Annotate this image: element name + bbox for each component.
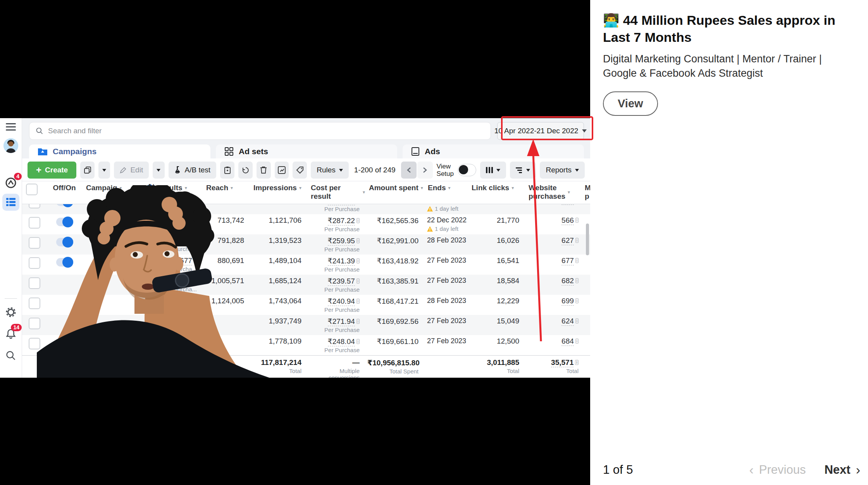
pagination-range: 1-200 of 249: [354, 166, 396, 174]
amount-spent-value: ₹163,418.92: [367, 256, 418, 265]
previous-label: Previous: [759, 463, 806, 477]
link-clicks-value: 18,584: [470, 277, 519, 285]
settings-icon[interactable]: [0, 305, 22, 320]
chevron-down-icon: [102, 169, 106, 172]
warning-icon: [427, 226, 433, 232]
next-button[interactable]: Next ›: [824, 462, 860, 477]
create-button[interactable]: + Create: [28, 162, 76, 179]
link-clicks-value: 15,049: [470, 317, 519, 325]
duplicate-menu-button[interactable]: [98, 162, 110, 179]
tab-campaigns[interactable]: Campaigns: [29, 144, 210, 158]
annotation-arrow: [523, 138, 550, 343]
edit-label: Edit: [130, 166, 143, 174]
duplicate-button[interactable]: [80, 162, 95, 179]
cost-per-result-value: ₹239.57i: [309, 277, 360, 285]
view-setup-label: View Setup: [437, 163, 454, 177]
campaigns-nav-icon[interactable]: [0, 194, 22, 211]
cost-per-result-value: ₹259.95i: [309, 236, 360, 245]
view-button[interactable]: View: [603, 91, 658, 116]
chevron-right-icon: ›: [856, 462, 860, 477]
ab-test-label: A/B test: [185, 166, 211, 174]
tab-ad-sets[interactable]: Ad sets: [216, 144, 397, 158]
cost-per-result-value: ₹287.67i: [309, 204, 360, 205]
cost-per-result-value: ₹287.22i: [309, 216, 360, 225]
ends-value: 27 Feb 2023: [424, 317, 468, 325]
columns-button[interactable]: [480, 162, 506, 179]
rules-button[interactable]: Rules: [311, 162, 349, 179]
ends-value: 27 Feb 2023: [424, 337, 468, 345]
ads-manager-app-icon[interactable]: 4: [0, 175, 22, 190]
link-clicks-value: 24,629: [470, 204, 519, 205]
ab-test-button[interactable]: A/B test: [169, 162, 217, 179]
delete-button[interactable]: [257, 162, 271, 179]
total-link-clicks: 3,011,885: [470, 358, 519, 367]
ends-value: 28 Feb 2023: [424, 236, 468, 244]
total-cost: —: [309, 358, 360, 367]
amount-spent-value: ₹162,565.36: [367, 216, 418, 225]
cost-per-result-value: ₹271.94i: [309, 317, 360, 326]
notification-badge: 14: [11, 324, 22, 331]
sidebar-search-icon[interactable]: [0, 348, 22, 363]
link-clicks-value: 16,026: [470, 236, 519, 245]
clipboard-button[interactable]: [220, 162, 234, 179]
amount-spent-value: ₹169,692.56: [367, 317, 418, 326]
total-website-purchases: 35,571i: [527, 358, 579, 367]
sidebar-divider: [5, 298, 17, 299]
edit-menu-button[interactable]: [153, 162, 164, 179]
post-detail-panel: 👨‍💻 44 Million Rupees Sales approx in La…: [590, 0, 868, 485]
person-photo: [33, 185, 269, 378]
tab-ad-sets-label: Ad sets: [239, 147, 268, 156]
undo-button[interactable]: [238, 162, 253, 179]
date-range-highlight-box: [501, 116, 593, 140]
amount-spent-value: ₹162,575.74: [367, 204, 418, 205]
tab-campaigns-label: Campaigns: [53, 147, 96, 156]
amount-spent-value: ₹169,661.10: [367, 337, 418, 346]
cost-per-result-value: ₹241.39i: [309, 256, 360, 265]
page-icon: [411, 147, 420, 156]
pencil-icon: [120, 167, 127, 174]
table-scrollbar[interactable]: [586, 224, 589, 255]
col-ends[interactable]: Ends▾: [424, 184, 468, 192]
next-label: Next: [824, 463, 850, 477]
flask-icon: [174, 166, 181, 174]
columns-icon: [486, 167, 493, 173]
ends-value: 22 Dec 2022: [424, 216, 468, 224]
link-clicks-value: 21,770: [470, 216, 519, 225]
rules-label: Rules: [317, 166, 336, 174]
ends-value: 28 Feb 2023: [424, 297, 468, 305]
view-setup-toggle[interactable]: [458, 164, 476, 176]
col-link-clicks[interactable]: Link clicks▾: [468, 184, 525, 192]
amount-spent-value: ₹162,991.00: [367, 236, 418, 245]
col-amount-spent[interactable]: Amount spent▾: [365, 184, 424, 192]
cost-per-result-value: ₹240.94i: [309, 297, 360, 306]
campaigns-toolbar: + Create Edit A/B test: [22, 158, 590, 181]
chevron-down-icon: [496, 169, 500, 172]
col-cost-per-result[interactable]: Cost per result▾: [307, 184, 365, 201]
chevron-left-icon: ‹: [749, 462, 754, 477]
export-button[interactable]: [275, 162, 289, 179]
edit-button[interactable]: Edit: [114, 162, 149, 179]
next-page-button[interactable]: [417, 162, 433, 179]
total-amount-spent: ₹10,956,815.80: [367, 358, 418, 367]
prev-page-button[interactable]: [401, 162, 417, 179]
ends-warning: 1 day left: [424, 225, 468, 232]
menu-icon[interactable]: [0, 123, 22, 131]
chevron-down-icon: [157, 169, 160, 172]
tab-ads-label: Ads: [425, 147, 440, 156]
tag-button[interactable]: [293, 162, 307, 179]
col-more: Mp: [584, 184, 590, 201]
amount-spent-value: ₹168,417.21: [367, 297, 418, 306]
previous-button[interactable]: ‹ Previous: [749, 462, 806, 477]
amount-spent-value: ₹163,385.91: [367, 277, 418, 285]
ends-warning: 1 day left: [424, 205, 468, 212]
search-input[interactable]: Search and filter: [29, 122, 491, 140]
search-placeholder: Search and filter: [48, 127, 102, 135]
cost-per-result-value: ₹248.04i: [309, 337, 360, 346]
search-icon: [36, 127, 43, 135]
page-indicator: 1 of 5: [603, 463, 633, 477]
grid-icon: [224, 147, 234, 156]
tab-ads[interactable]: Ads: [403, 144, 584, 158]
notifications-icon[interactable]: 14: [0, 327, 22, 341]
avatar[interactable]: [0, 138, 22, 153]
post-title: 👨‍💻 44 Million Rupees Sales approx in La…: [603, 12, 859, 46]
